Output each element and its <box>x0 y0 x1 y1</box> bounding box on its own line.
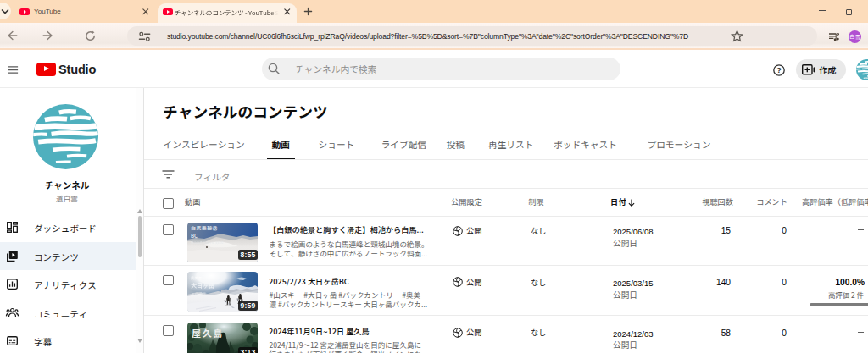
svg-text:奥美濃: 奥美濃 <box>191 275 202 280</box>
svg-text:ＢＣ滑走: ＢＣ滑走 <box>191 291 207 296</box>
svg-text:大日ヶ岳: 大日ヶ岳 <box>191 281 214 290</box>
svg-text:屋久島: 屋久島 <box>192 325 224 339</box>
svg-text:栂池高原 白馬大池 天狗原: 栂池高原 白馬大池 天狗原 <box>191 240 224 245</box>
svg-text:?: ? <box>776 66 782 74</box>
svg-text:BC: BC <box>191 232 198 240</box>
svg-text:白馬乗鞍岳: 白馬乗鞍岳 <box>191 224 218 232</box>
